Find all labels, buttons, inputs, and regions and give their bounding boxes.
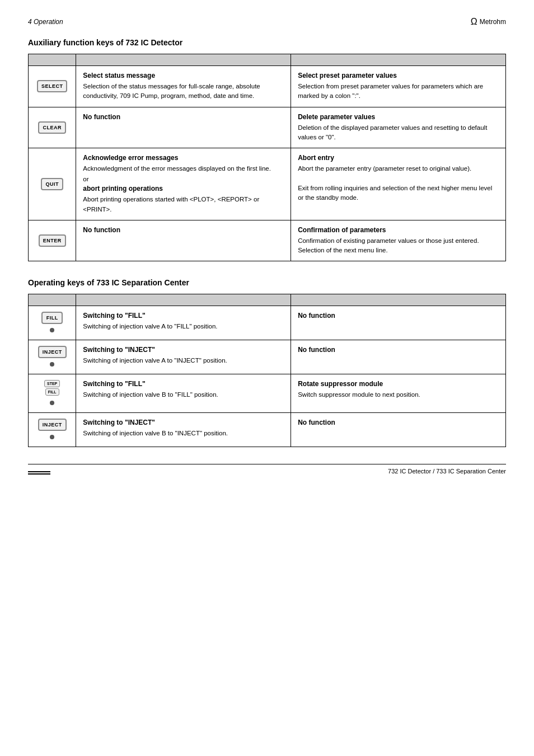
enter-right-text: Confirmation of existing parameter value…	[298, 236, 499, 256]
inject-a-left-text: Switching of injection valve A to "INJEC…	[83, 356, 284, 365]
fill-key-a: FILL	[41, 312, 63, 334]
clear-right-title: Delete parameter values	[298, 113, 499, 121]
inject-key-a: INJECT	[38, 346, 67, 368]
clear-left-title: No function	[83, 113, 284, 121]
quit-key: QUIT	[41, 178, 63, 190]
quit-right-title: Abort entry	[298, 154, 499, 162]
section2-table: FILL Switching to "FILL" Switching of in…	[28, 294, 506, 447]
enter-right-title: Confirmation of parameters	[298, 226, 499, 234]
step-fill-b-right-text: Switch suppressor module to next positio…	[298, 390, 499, 400]
dot-indicator	[50, 401, 54, 405]
footer-line-1	[28, 471, 50, 472]
select-right-title: Select preset parameter values	[298, 72, 499, 79]
cell-step-fill-b-right: Rotate suppressor module Switch suppress…	[291, 374, 506, 413]
table-row: INJECT Switching to "INJECT" Switching o…	[29, 413, 506, 447]
metrohm-logo: Ω Metrohm	[471, 17, 506, 27]
metrohm-name: Metrohm	[480, 18, 506, 26]
table-row: INJECT Switching to "INJECT" Switching o…	[29, 340, 506, 374]
key-cell-inject-a: INJECT	[29, 340, 76, 374]
cell-clear-left: No function	[76, 107, 291, 148]
footer-lines	[28, 471, 50, 475]
table-row: STEP FILL Switching to "FILL" Switching …	[29, 374, 506, 413]
step-fill-key-b: STEP FILL	[35, 380, 69, 407]
cell-enter-right: Confirmation of parameters Confirmation …	[291, 220, 506, 261]
dot-indicator	[50, 328, 54, 332]
quit-left-title: Acknowledge error messages	[83, 154, 284, 162]
cell-inject-a-left: Switching to "INJECT" Switching of injec…	[76, 340, 291, 374]
cell-select-right: Select preset parameter values Selection…	[291, 66, 506, 107]
cell-inject-a-right: No function	[291, 340, 506, 374]
footer-page-info: 732 IC Detector / 733 IC Separation Cent…	[388, 468, 506, 475]
enter-left-title: No function	[83, 226, 284, 234]
key-cell-quit: QUIT	[29, 148, 76, 220]
section1-title: Auxiliary function keys of 732 IC Detect…	[28, 38, 506, 47]
quit-left-title2: abort printing operations	[83, 185, 284, 192]
key-cell-inject-b: INJECT	[29, 413, 76, 447]
page-header: 4 Operation Ω Metrohm	[28, 17, 506, 27]
cell-select-left: Select status message Selection of the s…	[76, 66, 291, 107]
inject-b-left-text: Switching of injection valve B to "INJEC…	[83, 429, 284, 438]
quit-left-text2: Abort printing operations started with <…	[83, 195, 284, 214]
key-cell-step-fill-b: STEP FILL	[29, 374, 76, 413]
header-chapter: 4 Operation	[28, 18, 63, 26]
omega-icon: Ω	[471, 17, 477, 27]
table-row: QUIT Acknowledge error messages Acknowle…	[29, 148, 506, 220]
table-row: ENTER No function Confirmation of parame…	[29, 220, 506, 261]
table-row: FILL Switching to "FILL" Switching of in…	[29, 306, 506, 340]
inject-a-right-title: No function	[298, 346, 499, 354]
step-fill-b-right-title: Rotate suppressor module	[298, 380, 499, 388]
section1-table: SELECT Select status message Selection o…	[28, 54, 506, 261]
inject-b-right-title: No function	[298, 419, 499, 426]
inject-a-left-title: Switching to "INJECT"	[83, 346, 284, 354]
fill-a-right-title: No function	[298, 312, 499, 320]
cell-quit-right: Abort entry Abort the parameter entry (p…	[291, 148, 506, 220]
section2-title: Operating keys of 733 IC Separation Cent…	[28, 278, 506, 287]
select-key: SELECT	[37, 80, 68, 92]
dot-indicator	[50, 362, 54, 367]
cell-step-fill-b-left: Switching to "FILL" Switching of injecti…	[76, 374, 291, 413]
footer-line-2	[28, 473, 50, 475]
select-right-text: Selection from preset parameter values f…	[298, 82, 499, 101]
inject-key-b: INJECT	[38, 419, 67, 441]
dot-indicator	[50, 435, 54, 439]
key-cell-select: SELECT	[29, 66, 76, 107]
cell-inject-b-right: No function	[291, 413, 506, 447]
cell-fill-a-left: Switching to "FILL" Switching of injecti…	[76, 306, 291, 340]
cell-enter-left: No function	[76, 220, 291, 261]
select-left-text: Selection of the status messages for ful…	[83, 82, 284, 101]
select-left-title: Select status message	[83, 72, 284, 79]
table-row: SELECT Select status message Selection o…	[29, 66, 506, 107]
cell-inject-b-left: Switching to "INJECT" Switching of injec…	[76, 413, 291, 447]
cell-clear-right: Delete parameter values Deletion of the …	[291, 107, 506, 148]
step-fill-b-left-text: Switching of injection valve B to "FILL"…	[83, 390, 284, 400]
page-footer: 732 IC Detector / 733 IC Separation Cent…	[28, 464, 506, 475]
key-cell-enter: ENTER	[29, 220, 76, 261]
cell-quit-left: Acknowledge error messages Acknowledgmen…	[76, 148, 291, 220]
table-row: CLEAR No function Delete parameter value…	[29, 107, 506, 148]
enter-key: ENTER	[39, 234, 66, 247]
key-cell-clear: CLEAR	[29, 107, 76, 148]
quit-right-text: Abort the parameter entry (parameter res…	[298, 164, 499, 203]
cell-fill-a-right: No function	[291, 306, 506, 340]
quit-or-text: or	[83, 176, 284, 182]
fill-a-left-text: Switching of injection valve A to "FILL"…	[83, 322, 284, 331]
clear-key: CLEAR	[38, 121, 66, 134]
step-fill-b-left-title: Switching to "FILL"	[83, 380, 284, 388]
quit-left-text: Acknowledgment of the error messages dis…	[83, 164, 284, 173]
fill-a-left-title: Switching to "FILL"	[83, 312, 284, 320]
key-cell-fill-a: FILL	[29, 306, 76, 340]
inject-b-left-title: Switching to "INJECT"	[83, 419, 284, 426]
clear-right-text: Deletion of the displayed parameter valu…	[298, 123, 499, 143]
